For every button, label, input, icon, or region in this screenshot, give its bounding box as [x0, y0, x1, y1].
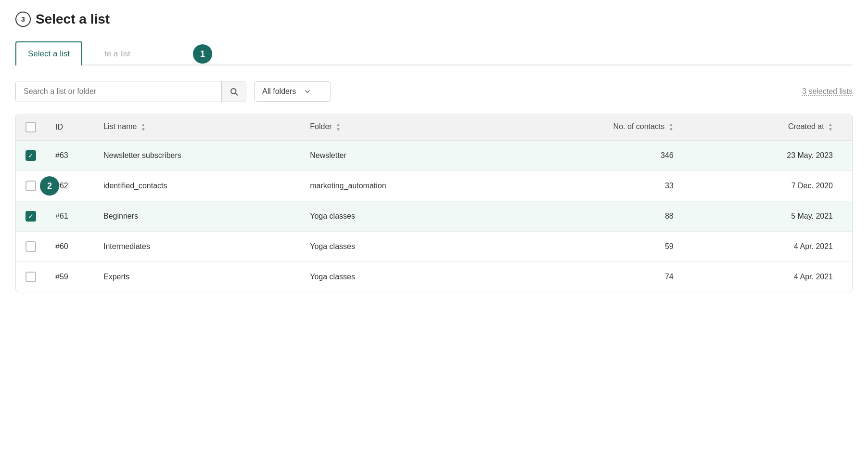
- step-number: 3: [15, 12, 31, 27]
- search-input[interactable]: [16, 81, 221, 102]
- col-id: ID: [46, 114, 94, 141]
- filter-row: All folders 3 selected lists: [15, 81, 853, 102]
- row-contacts: 346: [503, 141, 693, 171]
- folder-label: All folders: [262, 87, 296, 96]
- row-checkbox-unchecked[interactable]: [26, 241, 36, 252]
- row-list-name: Intermediates: [94, 232, 300, 262]
- row-list-name: Experts: [94, 262, 300, 292]
- row-folder: Newsletter: [300, 141, 503, 171]
- tab-create-list[interactable]: 1 te a list: [82, 41, 143, 65]
- row-contacts: 74: [503, 262, 693, 292]
- row-list-name: Beginners: [94, 201, 300, 232]
- row-contacts: 59: [503, 232, 693, 262]
- sort-contacts-icon: ▲▼: [669, 122, 674, 132]
- row-contacts: 33: [503, 171, 693, 201]
- annotation-badge-2: 2: [40, 176, 59, 196]
- row-created-at: 23 May. 2023: [693, 141, 852, 171]
- table-row: ✓#63Newsletter subscribersNewsletter3462…: [16, 141, 852, 171]
- col-contacts[interactable]: No. of contacts ▲▼: [503, 114, 693, 141]
- row-checkbox-checked[interactable]: ✓: [26, 211, 36, 222]
- col-created-at[interactable]: Created at ▲▼: [693, 114, 852, 141]
- svg-line-1: [235, 93, 237, 95]
- sort-folder-icon: ▲▼: [336, 122, 341, 132]
- col-list-name[interactable]: List name ▲▼: [94, 114, 300, 141]
- row-list-name: Newsletter subscribers: [94, 141, 300, 171]
- row-created-at: 7 Dec. 2020: [693, 171, 852, 201]
- row-checkbox-checked[interactable]: ✓: [26, 150, 36, 161]
- table-container: ID List name ▲▼ Folder ▲▼ No. of contact…: [15, 114, 853, 292]
- row-id: #60: [46, 232, 94, 262]
- tab-select-list-label: Select a list: [28, 49, 70, 59]
- table-row: ✓#61BeginnersYoga classes885 May. 2021: [16, 201, 852, 232]
- tab-select-list[interactable]: Select a list: [15, 41, 82, 65]
- row-id: #63: [46, 141, 94, 171]
- page-title: Select a list: [36, 12, 110, 27]
- sort-list-name-icon: ▲▼: [141, 122, 146, 132]
- table-wrapper: ID List name ▲▼ Folder ▲▼ No. of contact…: [16, 114, 852, 292]
- row-folder: Yoga classes: [300, 262, 503, 292]
- table-row: #59ExpertsYoga classes744 Apr. 2021: [16, 262, 852, 292]
- select-all-checkbox[interactable]: [26, 122, 36, 132]
- table-row: #62identified_contactsmarketing_automati…: [16, 171, 852, 201]
- table-header: ID List name ▲▼ Folder ▲▼ No. of contact…: [16, 114, 852, 141]
- annotation-badge-1: 1: [193, 44, 212, 64]
- row-created-at: 4 Apr. 2021: [693, 232, 852, 262]
- search-box: [15, 81, 246, 102]
- table-body: ✓#63Newsletter subscribersNewsletter3462…: [16, 141, 852, 292]
- row-checkbox-unchecked[interactable]: [26, 272, 36, 282]
- sort-created-icon: ▲▼: [828, 122, 833, 132]
- row-list-name: identified_contacts: [94, 171, 300, 201]
- row-folder: Yoga classes: [300, 232, 503, 262]
- tab-create-list-label: te a list: [104, 49, 130, 59]
- page-header: 3 Select a list: [15, 12, 853, 27]
- row-created-at: 4 Apr. 2021: [693, 262, 852, 292]
- lists-table: ID List name ▲▼ Folder ▲▼ No. of contact…: [16, 114, 852, 292]
- selected-count: 3 selected lists: [802, 87, 853, 96]
- folder-dropdown[interactable]: All folders: [254, 81, 331, 102]
- row-contacts: 88: [503, 201, 693, 232]
- row-id: #61: [46, 201, 94, 232]
- tabs-row: Select a list 1 te a list: [15, 40, 853, 65]
- col-folder[interactable]: Folder ▲▼: [300, 114, 503, 141]
- row-id: #59: [46, 262, 94, 292]
- row-checkbox-unchecked[interactable]: [26, 181, 36, 191]
- row-created-at: 5 May. 2021: [693, 201, 852, 232]
- chevron-down-icon: [304, 88, 311, 95]
- search-button[interactable]: [221, 81, 246, 102]
- row-folder: marketing_automation: [300, 171, 503, 201]
- table-row: #60IntermediatesYoga classes594 Apr. 202…: [16, 232, 852, 262]
- col-checkbox[interactable]: [16, 114, 46, 141]
- row-folder: Yoga classes: [300, 201, 503, 232]
- search-icon: [230, 87, 238, 96]
